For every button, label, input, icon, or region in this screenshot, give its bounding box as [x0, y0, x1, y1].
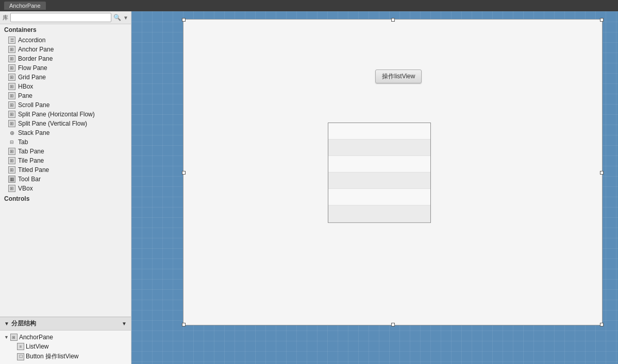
listview-h-label: ListView — [26, 343, 48, 350]
sidebar-item-vbox[interactable]: ⊞ VBox — [0, 184, 131, 193]
canvas-area: 操作listView — [131, 11, 618, 364]
sidebar-item-tool-bar[interactable]: ▦ Tool Bar — [0, 175, 131, 184]
handle-mid-right[interactable] — [600, 171, 604, 175]
sidebar-search-bar: 库 🔍 ▼ — [0, 11, 131, 24]
hierarchy-title: 分层结构 — [11, 319, 36, 328]
hierarchy-header[interactable]: ▼ 分层结构 ▼ — [0, 317, 131, 331]
containers-section-header: Containers — [0, 24, 131, 36]
vbox-icon: ⊞ — [8, 185, 15, 192]
button-h-icon: ☐ — [17, 353, 24, 360]
handle-bot-mid[interactable] — [391, 323, 395, 326]
main-layout: 库 🔍 ▼ Containers ☰ Accordion ⊞ Anchor Pa… — [0, 11, 618, 364]
listview-row-2[interactable] — [328, 140, 430, 156]
sidebar-item-tile-pane[interactable]: ⊞ Tile Pane — [0, 156, 131, 165]
search-icon: 🔍 — [113, 14, 121, 21]
anchorpane-h-label: AnchorPane — [19, 334, 53, 341]
anchorpane-expand-arrow: ▼ — [4, 335, 9, 340]
sidebar-item-split-pane-v[interactable]: ⊞ Split Pane (Vertical Flow) — [0, 119, 131, 128]
split-pane-h-icon: ⊞ — [8, 111, 15, 118]
canvas-operate-button[interactable]: 操作listView — [375, 70, 422, 83]
hbox-label: HBox — [18, 83, 33, 90]
anchor-pane-label: Anchor Pane — [18, 46, 54, 53]
handle-mid-left[interactable] — [182, 171, 186, 175]
hbox-icon: ⊞ — [8, 83, 15, 90]
split-pane-v-icon: ⊞ — [8, 120, 15, 127]
titled-pane-label: Titled Pane — [18, 166, 49, 174]
pane-label: Pane — [18, 92, 32, 99]
hierarchy-item-listview[interactable]: ≡ ListView — [0, 342, 131, 351]
listview-row-5[interactable] — [328, 189, 430, 205]
flow-pane-icon: ⊞ — [8, 64, 15, 72]
sidebar-item-stack-pane[interactable]: ⊕ Stack Pane — [0, 128, 131, 137]
hierarchy-dropdown-arrow[interactable]: ▼ — [122, 321, 127, 326]
scroll-pane-label: Scroll Pane — [18, 101, 49, 109]
sidebar-item-titled-pane[interactable]: ⊞ Titled Pane — [0, 165, 131, 175]
flow-pane-label: Flow Pane — [18, 64, 47, 72]
anchor-pane-tab[interactable]: AnchorPane — [4, 2, 46, 10]
sidebar-item-tab[interactable]: ⊟ Tab — [0, 137, 131, 147]
search-dropdown-arrow[interactable]: ▼ — [123, 15, 128, 21]
tile-pane-label: Tile Pane — [18, 157, 44, 164]
split-pane-v-label: Split Pane (Vertical Flow) — [18, 120, 87, 127]
handle-top-mid[interactable] — [391, 18, 395, 22]
hierarchy-item-button[interactable]: ☐ Button 操作listView — [0, 351, 131, 362]
hierarchy-collapse-arrow: ▼ — [4, 321, 9, 326]
sidebar-item-flow-pane[interactable]: ⊞ Flow Pane — [0, 63, 131, 73]
border-pane-icon: ⊞ — [8, 55, 15, 62]
handle-bot-right[interactable] — [600, 323, 604, 326]
listview-row-3[interactable] — [328, 156, 430, 172]
sidebar-item-split-pane-h[interactable]: ⊞ Split Pane (Horizontal Flow) — [0, 110, 131, 119]
accordion-label: Accordion — [18, 37, 45, 44]
canvas-listview — [328, 123, 431, 223]
grid-pane-label: Grid Pane — [18, 74, 46, 81]
listview-row-1[interactable] — [328, 123, 430, 140]
search-input[interactable] — [10, 13, 111, 22]
hierarchy-content: ▼ ⊞ AnchorPane ≡ ListView ☐ Button 操作lis… — [0, 331, 131, 364]
sidebar-item-grid-pane[interactable]: ⊞ Grid Pane — [0, 73, 131, 82]
handle-top-left[interactable] — [182, 18, 186, 22]
sidebar: 库 🔍 ▼ Containers ☰ Accordion ⊞ Anchor Pa… — [0, 11, 131, 364]
tool-bar-label: Tool Bar — [18, 176, 41, 183]
sidebar-item-tab-pane[interactable]: ⊞ Tab Pane — [0, 147, 131, 156]
listview-row-6[interactable] — [328, 205, 430, 222]
pane-icon: ⊞ — [8, 92, 15, 99]
anchor-pane-icon: ⊞ — [8, 46, 15, 53]
split-pane-h-label: Split Pane (Horizontal Flow) — [18, 111, 95, 118]
listview-row-4[interactable] — [328, 172, 430, 189]
tab-pane-icon: ⊞ — [8, 148, 15, 155]
hierarchy-item-anchorpane[interactable]: ▼ ⊞ AnchorPane — [0, 333, 131, 342]
border-pane-label: Border Pane — [18, 55, 53, 62]
controls-section-header: Controls — [0, 193, 131, 204]
sidebar-item-anchor-pane[interactable]: ⊞ Anchor Pane — [0, 45, 131, 54]
top-bar: AnchorPane — [0, 0, 618, 11]
sidebar-item-accordion[interactable]: ☰ Accordion — [0, 36, 131, 45]
sidebar-item-pane[interactable]: ⊞ Pane — [0, 91, 131, 100]
tile-pane-icon: ⊞ — [8, 157, 15, 164]
scroll-pane-icon: ⊞ — [8, 101, 15, 109]
vbox-label: VBox — [18, 185, 33, 192]
grid-pane-icon: ⊞ — [8, 74, 15, 81]
accordion-icon: ☰ — [8, 37, 15, 44]
library-label: 库 — [3, 14, 8, 22]
tab-label: Tab — [18, 138, 28, 146]
hierarchy-panel: ▼ 分层结构 ▼ ▼ ⊞ AnchorPane ≡ ListView — [0, 317, 131, 364]
titled-pane-icon: ⊞ — [8, 166, 15, 174]
button-h-label: Button 操作listView — [26, 352, 79, 361]
handle-bot-left[interactable] — [182, 323, 186, 326]
stack-pane-icon: ⊕ — [8, 129, 15, 136]
tab-pane-label: Tab Pane — [18, 148, 44, 155]
handle-top-right[interactable] — [600, 18, 604, 22]
tool-bar-icon: ▦ — [8, 176, 15, 183]
sidebar-scroll[interactable]: Containers ☰ Accordion ⊞ Anchor Pane ⊞ B… — [0, 24, 131, 317]
stack-pane-label: Stack Pane — [18, 129, 49, 136]
design-canvas[interactable]: 操作listView — [183, 19, 603, 325]
anchorpane-h-icon: ⊞ — [10, 334, 18, 341]
sidebar-item-scroll-pane[interactable]: ⊞ Scroll Pane — [0, 100, 131, 110]
sidebar-item-border-pane[interactable]: ⊞ Border Pane — [0, 54, 131, 63]
sidebar-item-hbox[interactable]: ⊞ HBox — [0, 82, 131, 91]
tab-icon: ⊟ — [8, 138, 15, 146]
listview-h-icon: ≡ — [17, 343, 24, 350]
